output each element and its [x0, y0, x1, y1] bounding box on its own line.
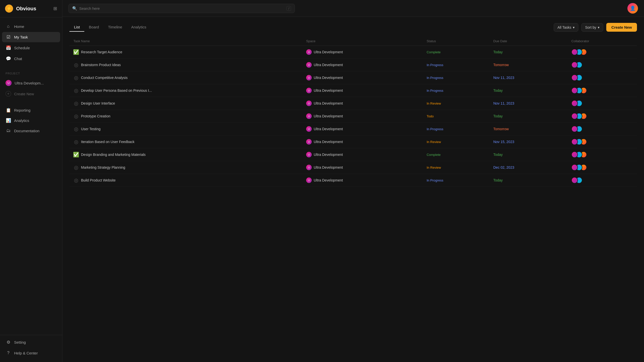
collaborators	[571, 49, 633, 55]
collaborators	[571, 177, 633, 184]
table-row[interactable]: ◎Brainstorm Product IdeasUUltra Developm…	[69, 59, 637, 71]
table-row[interactable]: ◎Iteration Based on User FeedbackUUltra …	[69, 135, 637, 148]
task-name-cell: ✅Research Target Audience	[69, 46, 302, 59]
due-date-cell: Today	[489, 84, 567, 97]
collaborators-cell	[567, 161, 637, 174]
due-date: Tomorrow	[493, 127, 509, 131]
task-name-cell: ✅Design Branding and Marketing Materials	[69, 148, 302, 161]
pending-icon: ◎	[73, 165, 78, 170]
sidebar-item-help[interactable]: ? Help & Center	[2, 348, 60, 358]
tab-analytics[interactable]: Analytics	[127, 23, 151, 32]
status-cell: In Progress	[423, 84, 489, 97]
space-avatar: U	[306, 165, 312, 170]
due-date-cell: Today	[489, 174, 567, 187]
search-icon: 🔍	[72, 6, 77, 11]
space-cell: UUltra Development	[302, 84, 423, 97]
task-name-cell: ◎Conduct Competitive Analysis	[69, 71, 302, 84]
task-name: Brainstorm Product Ideas	[81, 63, 121, 67]
pending-icon: ◎	[73, 101, 78, 106]
due-date-cell: Nov 11, 2023	[489, 71, 567, 84]
due-date-cell: Tomorrow	[489, 123, 567, 135]
search-input[interactable]	[79, 6, 285, 11]
space-cell: UUltra Development	[302, 161, 423, 174]
sidebar-item-ultra-development[interactable]: U Ultra Developm...	[2, 77, 60, 88]
space-cell: UUltra Development	[302, 71, 423, 84]
create-new-button[interactable]: Create New	[606, 23, 637, 32]
space-name: Ultra Development	[314, 88, 343, 93]
due-date: Dec 02, 2023	[493, 165, 514, 169]
help-icon: ?	[6, 350, 11, 355]
col-space: Space	[302, 37, 423, 46]
table-row[interactable]: ◎Marketing Strategy PlanningUUltra Devel…	[69, 161, 637, 174]
task-name-cell: ◎Prototype Creation	[69, 110, 302, 123]
space-name: Ultra Development	[314, 165, 343, 169]
pending-icon: ◎	[73, 126, 78, 131]
table-row[interactable]: ✅Research Target AudienceUUltra Developm…	[69, 46, 637, 59]
status-cell: In Progress	[423, 71, 489, 84]
sidebar-item-home[interactable]: ⌂ Home	[2, 21, 60, 31]
space-cell: UUltra Development	[302, 174, 423, 187]
pending-icon: ◎	[73, 139, 78, 144]
tab-list[interactable]: List	[69, 23, 84, 32]
sort-chevron-icon: ▾	[598, 25, 599, 29]
collaborators-cell	[567, 148, 637, 161]
due-date-cell: Today	[489, 46, 567, 59]
sidebar-item-analytics[interactable]: 📊 Analytics	[2, 115, 60, 126]
space-avatar: U	[306, 113, 312, 119]
space-cell: UUltra Development	[302, 148, 423, 161]
space-avatar: U	[306, 126, 312, 132]
tab-board[interactable]: Board	[84, 23, 103, 32]
sidebar-item-setting[interactable]: ⚙ Setting	[2, 337, 60, 347]
user-avatar[interactable]: 👤	[627, 3, 638, 14]
task-table: Task NameSpaceStatusDue DateCollaborator…	[69, 37, 637, 187]
sidebar-item-label-documentation: Documentation	[14, 129, 39, 133]
due-date-cell: Today	[489, 148, 567, 161]
sidebar-item-documentation[interactable]: 🗂 Documentation	[2, 126, 60, 136]
status-cell: Complete	[423, 148, 489, 161]
table-row[interactable]: ◎Design User InterfaceUUltra Development…	[69, 97, 637, 110]
search-bar[interactable]: 🔍 /	[68, 4, 295, 13]
main-panel: 🔍 / 👤 ListBoardTimelineAnalytics All Tas…	[62, 0, 644, 362]
collaborators	[571, 126, 633, 132]
due-date: Nov 11, 2023	[493, 76, 514, 80]
sidebar-item-label-setting: Setting	[14, 340, 26, 344]
collaborators-cell	[567, 84, 637, 97]
sort-by-label: Sort by	[585, 25, 596, 29]
sort-by-button[interactable]: Sort by ▾	[581, 23, 603, 32]
sidebar-item-mytask[interactable]: ☑ My Task	[2, 32, 60, 42]
col-due_date: Due Date	[489, 37, 567, 46]
all-tasks-button[interactable]: All Tasks ▾	[554, 23, 578, 32]
create-new-project[interactable]: + Create New	[2, 88, 60, 99]
tab-timeline[interactable]: Timeline	[103, 23, 127, 32]
status-badge: Todo	[427, 114, 434, 118]
sidebar-toggle[interactable]: ⊞	[53, 6, 57, 11]
sidebar-item-chat[interactable]: 💬 Chat	[2, 54, 60, 64]
sidebar-item-label-help: Help & Center	[14, 351, 38, 355]
collaborators-cell	[567, 46, 637, 59]
due-date-cell: Today	[489, 110, 567, 123]
collaborators	[571, 74, 633, 81]
sidebar-item-reporting[interactable]: 📋 Reporting	[2, 105, 60, 115]
status-badge: In Progress	[427, 76, 443, 80]
status-badge: In Progress	[427, 63, 443, 67]
collaborators-cell	[567, 174, 637, 187]
space-avatar: U	[306, 88, 312, 93]
task-name: User Testing	[81, 127, 101, 131]
table-row[interactable]: ◎Conduct Competitive AnalysisUUltra Deve…	[69, 71, 637, 84]
task-name: Design Branding and Marketing Materials	[81, 153, 146, 157]
sidebar-item-label-home: Home	[14, 24, 24, 29]
col-collaborator: Collaborator	[567, 37, 637, 46]
sidebar-item-schedule[interactable]: 📅 Schedule	[2, 43, 60, 53]
task-name-cell: ◎User Testing	[69, 123, 302, 135]
table-row[interactable]: ◎User TestingUUltra DevelopmentIn Progre…	[69, 123, 637, 135]
table-row[interactable]: ◎Prototype CreationUUltra DevelopmentTod…	[69, 110, 637, 123]
table-row[interactable]: ◎Build Product WebsiteUUltra Development…	[69, 174, 637, 187]
table-row[interactable]: ◎Develop User Persona Based on Previous …	[69, 84, 637, 97]
collaborators	[571, 113, 633, 119]
space-cell: UUltra Development	[302, 123, 423, 135]
create-new-label: Create New	[14, 92, 34, 96]
collaborators-cell	[567, 123, 637, 135]
status-cell: In Review	[423, 135, 489, 148]
table-row[interactable]: ✅Design Branding and Marketing Materials…	[69, 148, 637, 161]
status-cell: Complete	[423, 46, 489, 59]
